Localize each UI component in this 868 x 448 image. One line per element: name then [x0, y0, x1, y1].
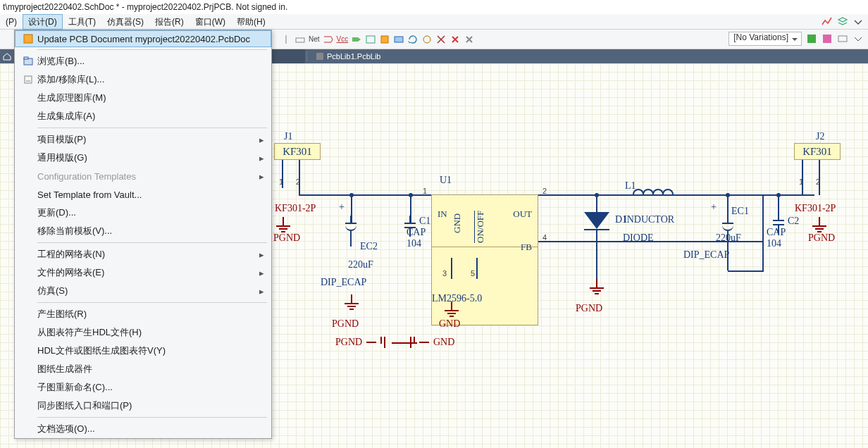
svg-rect-8 — [823, 35, 831, 43]
component-icon[interactable] — [379, 34, 390, 45]
browse-lib-icon — [19, 56, 37, 66]
delete-icon[interactable] — [450, 34, 461, 45]
svg-point-6 — [423, 36, 430, 43]
menu-item-2[interactable]: 浏览库(B)... — [15, 52, 271, 70]
menu-overflow-left[interactable]: (P) — [0, 14, 23, 30]
menu-item-15[interactable]: 文件的网络表(E)▸ — [15, 263, 271, 282]
tool-pink-icon[interactable] — [822, 33, 833, 44]
menu-item-10[interactable]: Set Template from Vault... — [15, 185, 271, 204]
w-j2-conn-dummy — [789, 194, 802, 196]
c1-val: CAP — [407, 227, 426, 238]
svg-rect-11 — [24, 35, 32, 43]
menu-item-7[interactable]: 项目模版(P)▸ — [15, 130, 271, 149]
ec2-val: 220uF — [348, 259, 373, 270]
menu-item-8[interactable]: 通用模版(G)▸ — [15, 149, 271, 167]
ec2-net: PGND — [332, 318, 359, 330]
j2-footprint: KF301-2P — [795, 203, 836, 214]
svg-rect-2 — [352, 37, 358, 42]
menu-item-9: Configuration Templates▸ — [15, 167, 271, 185]
menu-tools[interactable]: 工具(T) — [63, 14, 101, 30]
menu-item-21[interactable]: 图纸生成器件 — [15, 360, 271, 378]
tab-pcblib[interactable]: PcbLib1.PcbLib — [309, 49, 388, 63]
submenu-arrow-icon: ▸ — [259, 249, 264, 260]
tool-b-icon[interactable] — [435, 34, 447, 45]
menu-item-label: 移除当前模板(V)... — [37, 225, 264, 237]
menu-item-12[interactable]: 移除当前模板(V)... — [15, 222, 271, 240]
menu-item-25[interactable]: 文档选项(O)... — [15, 420, 271, 438]
w-j1-down — [299, 187, 300, 194]
menu-item-5[interactable]: 生成集成库(A) — [15, 107, 271, 125]
w-d1-tap — [596, 194, 597, 212]
menu-item-3[interactable]: 添加/移除库(L)... — [15, 70, 271, 89]
menu-item-label: Update PCB Document myproject20220402.Pc… — [37, 34, 264, 44]
menu-item-20[interactable]: HDL文件或图纸生成图表符V(Y) — [15, 342, 271, 360]
menu-item-label: 浏览库(B)... — [37, 55, 264, 68]
w-fb-up — [762, 194, 764, 272]
l1-val: INDUCTOR — [624, 214, 674, 225]
menu-item-4[interactable]: 生成原理图库(M) — [15, 89, 271, 107]
menu-item-label: 文档选项(O)... — [37, 423, 264, 435]
close-icon[interactable] — [464, 34, 475, 45]
menu-item-label: 生成集成库(A) — [37, 110, 264, 123]
update-icon — [19, 34, 37, 44]
divider-icon — [280, 34, 292, 45]
w-d1-down — [596, 230, 597, 280]
menu-item-16[interactable]: 仿真(S)▸ — [15, 282, 271, 300]
add-remove-lib-icon — [19, 75, 37, 85]
menu-item-label: 通用模版(G) — [37, 151, 255, 164]
u1-gnd-net: GND — [439, 318, 460, 330]
svg-rect-14 — [25, 76, 32, 83]
c2-val2: 104 — [767, 238, 781, 249]
pgnd-rail: PGND — [335, 337, 385, 348]
tool-green-icon[interactable] — [806, 33, 817, 44]
menu-separator — [37, 417, 267, 418]
ec2-ref: EC2 — [360, 241, 378, 252]
svg-rect-7 — [807, 35, 816, 43]
menu-window[interactable]: 窗口(W) — [190, 14, 231, 30]
home-tab[interactable] — [0, 49, 14, 63]
menu-item-14[interactable]: 工程的网络表(N)▸ — [15, 245, 271, 263]
dropdown-icon[interactable] — [852, 16, 864, 27]
menu-item-label: 仿真(S) — [37, 285, 255, 297]
layers-icon[interactable] — [837, 16, 848, 27]
menu-help[interactable]: 帮助(H) — [231, 14, 271, 30]
menu-design[interactable]: 设计(D) — [23, 14, 63, 30]
menu-item-23[interactable]: 同步图纸入口和端口(P) — [15, 397, 271, 415]
menubar-right-tools — [822, 16, 868, 27]
tool-a-icon[interactable] — [421, 34, 433, 45]
j2-lead2 — [819, 160, 820, 195]
ec1-val: 220uF — [716, 232, 741, 244]
dropdown2-icon[interactable] — [852, 33, 864, 44]
bus-icon[interactable] — [323, 34, 334, 45]
port-icon[interactable] — [351, 34, 362, 45]
d1-net: PGND — [576, 303, 602, 314]
net-icon[interactable] — [294, 34, 306, 45]
variation-select[interactable]: [No Variations] — [728, 32, 802, 46]
menu-item-0[interactable]: Update PCB Document myproject20220402.Pc… — [15, 30, 271, 47]
svg-rect-4 — [381, 36, 388, 43]
j1-body: KF301 — [274, 143, 321, 160]
menu-simulator[interactable]: 仿真器(S) — [101, 14, 149, 30]
chart-icon[interactable] — [822, 16, 833, 27]
j2-ref: J2 — [816, 131, 824, 142]
menu-item-label: 文件的网络表(E) — [37, 266, 255, 279]
u1-name: LM2596-5.0 — [432, 293, 482, 304]
menu-separator — [37, 127, 267, 128]
menu-item-label: 项目模版(P) — [37, 133, 255, 146]
harness-icon[interactable] — [393, 34, 404, 45]
menu-item-11[interactable]: 更新(D)... — [15, 204, 271, 222]
submenu-arrow-icon: ▸ — [259, 286, 264, 297]
svg-rect-3 — [366, 36, 375, 43]
menu-item-18[interactable]: 产生图纸(R) — [15, 305, 271, 323]
j1-footprint: KF301-2P — [275, 203, 316, 214]
w-ec1-bot — [728, 270, 763, 272]
menu-item-19[interactable]: 从图表符产生HDL文件(H) — [15, 323, 271, 342]
menu-separator — [37, 49, 267, 50]
sheet-entry-icon[interactable] — [365, 34, 376, 45]
menu-report[interactable]: 报告(R) — [149, 14, 190, 30]
refresh-icon[interactable] — [407, 34, 418, 45]
home-icon — [3, 52, 11, 61]
menu-item-22[interactable]: 子图重新命名(C)... — [15, 378, 271, 397]
ec1-fp: DIP_ECAP — [683, 249, 729, 261]
tool-c-icon[interactable] — [837, 33, 848, 44]
